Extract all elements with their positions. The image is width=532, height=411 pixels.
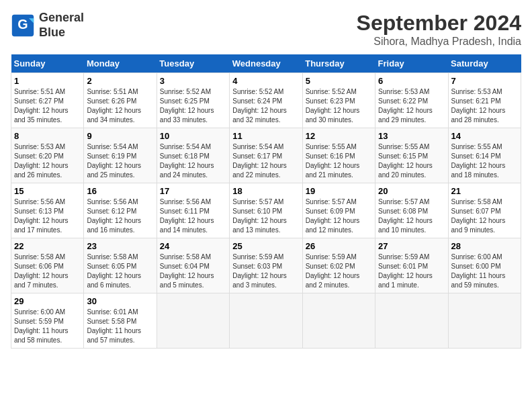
calendar-cell: 8Sunrise: 5:53 AM Sunset: 6:20 PM Daylig… (11, 128, 84, 183)
day-info: Sunrise: 6:00 AM Sunset: 6:00 PM Dayligh… (451, 253, 518, 290)
day-info: Sunrise: 5:57 AM Sunset: 6:08 PM Dayligh… (378, 197, 445, 235)
calendar-cell: 29Sunrise: 6:00 AM Sunset: 5:59 PM Dayli… (11, 293, 84, 349)
day-info: Sunrise: 5:56 AM Sunset: 6:13 PM Dayligh… (14, 197, 81, 235)
day-info: Sunrise: 5:54 AM Sunset: 6:19 PM Dayligh… (87, 142, 153, 180)
day-number: 30 (87, 296, 153, 306)
logo: G General Blue (11, 11, 84, 40)
day-number: 29 (14, 296, 81, 306)
calendar-cell: 2Sunrise: 5:51 AM Sunset: 6:26 PM Daylig… (84, 73, 157, 128)
page-header: G General Blue September 2024 Sihora, Ma… (11, 11, 521, 48)
day-info: Sunrise: 5:55 AM Sunset: 6:16 PM Dayligh… (306, 142, 372, 180)
day-info: Sunrise: 5:57 AM Sunset: 6:09 PM Dayligh… (306, 197, 372, 235)
calendar-cell: 25Sunrise: 5:59 AM Sunset: 6:03 PM Dayli… (230, 238, 302, 293)
calendar-cell: 28Sunrise: 6:00 AM Sunset: 6:00 PM Dayli… (448, 238, 521, 293)
day-number: 27 (378, 241, 445, 251)
day-info: Sunrise: 5:57 AM Sunset: 6:10 PM Dayligh… (232, 197, 299, 235)
calendar-cell: 15Sunrise: 5:56 AM Sunset: 6:13 PM Dayli… (11, 183, 84, 238)
day-info: Sunrise: 5:53 AM Sunset: 6:21 PM Dayligh… (451, 87, 518, 125)
day-number: 10 (160, 131, 226, 141)
calendar-week-4: 22Sunrise: 5:58 AM Sunset: 6:06 PM Dayli… (11, 238, 521, 293)
calendar-table: SundayMondayTuesdayWednesdayThursdayFrid… (11, 54, 521, 349)
calendar-cell: 27Sunrise: 5:59 AM Sunset: 6:01 PM Dayli… (375, 238, 448, 293)
logo-icon: G (11, 13, 35, 38)
calendar-cell: 20Sunrise: 5:57 AM Sunset: 6:08 PM Dayli… (375, 183, 448, 238)
day-info: Sunrise: 5:52 AM Sunset: 6:25 PM Dayligh… (160, 87, 226, 125)
day-number: 3 (160, 76, 226, 86)
weekday-header-friday: Friday (375, 54, 448, 73)
calendar-body: 1Sunrise: 5:51 AM Sunset: 6:27 PM Daylig… (11, 73, 521, 349)
calendar-week-5: 29Sunrise: 6:00 AM Sunset: 5:59 PM Dayli… (11, 293, 521, 349)
calendar-cell: 6Sunrise: 5:53 AM Sunset: 6:22 PM Daylig… (375, 73, 448, 128)
day-number: 6 (378, 76, 445, 86)
day-number: 1 (14, 76, 81, 86)
day-info: Sunrise: 5:59 AM Sunset: 6:01 PM Dayligh… (378, 253, 445, 290)
calendar-cell: 13Sunrise: 5:55 AM Sunset: 6:15 PM Dayli… (375, 128, 448, 183)
calendar-cell (230, 293, 302, 349)
day-number: 21 (451, 186, 518, 196)
day-info: Sunrise: 5:53 AM Sunset: 6:22 PM Dayligh… (378, 87, 445, 125)
day-info: Sunrise: 5:51 AM Sunset: 6:27 PM Dayligh… (14, 87, 81, 125)
day-info: Sunrise: 5:51 AM Sunset: 6:26 PM Dayligh… (87, 87, 153, 125)
calendar-cell: 14Sunrise: 5:55 AM Sunset: 6:14 PM Dayli… (448, 128, 521, 183)
day-number: 15 (14, 186, 81, 196)
day-number: 14 (451, 131, 518, 141)
day-info: Sunrise: 5:58 AM Sunset: 6:06 PM Dayligh… (14, 253, 81, 290)
day-info: Sunrise: 6:01 AM Sunset: 5:58 PM Dayligh… (87, 308, 153, 345)
day-number: 28 (451, 241, 518, 251)
calendar-cell: 16Sunrise: 5:56 AM Sunset: 6:12 PM Dayli… (84, 183, 157, 238)
day-number: 11 (232, 131, 299, 141)
calendar-cell (448, 293, 521, 349)
calendar-cell: 9Sunrise: 5:54 AM Sunset: 6:19 PM Daylig… (84, 128, 157, 183)
day-number: 25 (232, 241, 299, 251)
day-number: 24 (160, 241, 226, 251)
logo-text: General Blue (39, 11, 84, 40)
calendar-title: September 2024 (357, 11, 521, 36)
weekday-header-sunday: Sunday (11, 54, 84, 73)
calendar-cell: 7Sunrise: 5:53 AM Sunset: 6:21 PM Daylig… (448, 73, 521, 128)
title-block: September 2024 Sihora, Madhya Pradesh, I… (357, 11, 521, 48)
calendar-cell (157, 293, 229, 349)
calendar-cell: 26Sunrise: 5:59 AM Sunset: 6:02 PM Dayli… (302, 238, 375, 293)
day-info: Sunrise: 5:53 AM Sunset: 6:20 PM Dayligh… (14, 142, 81, 180)
day-number: 26 (306, 241, 372, 251)
day-number: 22 (14, 241, 81, 251)
day-info: Sunrise: 5:56 AM Sunset: 6:12 PM Dayligh… (87, 197, 153, 235)
calendar-cell: 19Sunrise: 5:57 AM Sunset: 6:09 PM Dayli… (302, 183, 375, 238)
day-info: Sunrise: 5:54 AM Sunset: 6:17 PM Dayligh… (232, 142, 299, 180)
day-number: 4 (232, 76, 299, 86)
day-info: Sunrise: 5:59 AM Sunset: 6:02 PM Dayligh… (306, 253, 372, 290)
day-info: Sunrise: 5:54 AM Sunset: 6:18 PM Dayligh… (160, 142, 226, 180)
day-number: 5 (306, 76, 372, 86)
day-number: 8 (14, 131, 81, 141)
calendar-cell: 10Sunrise: 5:54 AM Sunset: 6:18 PM Dayli… (157, 128, 229, 183)
day-info: Sunrise: 5:52 AM Sunset: 6:23 PM Dayligh… (306, 87, 372, 125)
calendar-cell: 30Sunrise: 6:01 AM Sunset: 5:58 PM Dayli… (84, 293, 157, 349)
day-number: 9 (87, 131, 153, 141)
day-number: 16 (87, 186, 153, 196)
day-info: Sunrise: 5:58 AM Sunset: 6:07 PM Dayligh… (451, 197, 518, 235)
day-number: 2 (87, 76, 153, 86)
day-info: Sunrise: 5:52 AM Sunset: 6:24 PM Dayligh… (232, 87, 299, 125)
weekday-header-saturday: Saturday (448, 54, 521, 73)
day-info: Sunrise: 5:59 AM Sunset: 6:03 PM Dayligh… (232, 253, 299, 290)
calendar-week-2: 8Sunrise: 5:53 AM Sunset: 6:20 PM Daylig… (11, 128, 521, 183)
day-info: Sunrise: 5:58 AM Sunset: 6:05 PM Dayligh… (87, 253, 153, 290)
calendar-cell: 12Sunrise: 5:55 AM Sunset: 6:16 PM Dayli… (302, 128, 375, 183)
calendar-cell: 22Sunrise: 5:58 AM Sunset: 6:06 PM Dayli… (11, 238, 84, 293)
day-number: 18 (232, 186, 299, 196)
calendar-week-3: 15Sunrise: 5:56 AM Sunset: 6:13 PM Dayli… (11, 183, 521, 238)
calendar-cell: 5Sunrise: 5:52 AM Sunset: 6:23 PM Daylig… (302, 73, 375, 128)
day-info: Sunrise: 5:55 AM Sunset: 6:14 PM Dayligh… (451, 142, 518, 180)
calendar-cell: 21Sunrise: 5:58 AM Sunset: 6:07 PM Dayli… (448, 183, 521, 238)
day-info: Sunrise: 5:58 AM Sunset: 6:04 PM Dayligh… (160, 253, 226, 290)
day-number: 20 (378, 186, 445, 196)
svg-text:G: G (17, 17, 28, 32)
day-number: 17 (160, 186, 226, 196)
calendar-cell: 24Sunrise: 5:58 AM Sunset: 6:04 PM Dayli… (157, 238, 229, 293)
day-number: 7 (451, 76, 518, 86)
calendar-cell: 1Sunrise: 5:51 AM Sunset: 6:27 PM Daylig… (11, 73, 84, 128)
weekday-header-row: SundayMondayTuesdayWednesdayThursdayFrid… (11, 54, 521, 73)
calendar-subtitle: Sihora, Madhya Pradesh, India (357, 36, 521, 48)
calendar-cell: 18Sunrise: 5:57 AM Sunset: 6:10 PM Dayli… (230, 183, 302, 238)
calendar-cell (302, 293, 375, 349)
